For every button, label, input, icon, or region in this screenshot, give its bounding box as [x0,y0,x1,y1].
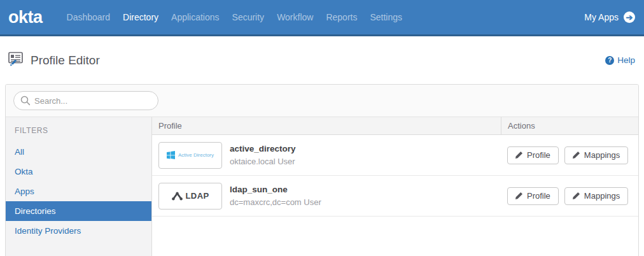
page-title: Profile Editor [31,53,100,68]
profile-description: oktaice.local User [230,157,296,166]
active-directory-logo: Active Directory [158,142,222,169]
windows-icon [167,151,175,159]
column-header-actions: Actions [501,117,638,134]
filter-all[interactable]: All [6,142,151,162]
profiles-table: Profile Actions Active Directory acti [152,117,638,256]
filter-list: All Okta Apps Directories Identity Provi… [6,142,151,241]
profile-text: active_directory oktaice.local User [230,144,296,166]
nav-applications[interactable]: Applications [165,0,226,34]
mappings-button-label: Mappings [584,150,620,160]
table-row-active-directory: Active Directory active_directory oktaic… [152,135,638,176]
profile-button[interactable]: Profile [507,146,559,164]
profile-editor-panel: FILTERS All Okta Apps Directories Identi… [5,84,639,256]
nav-reports[interactable]: Reports [319,0,363,34]
profile-cell: LDAP ldap_sun_one dc=maxcrc,dc=com User [152,183,501,210]
mappings-button-label: Mappings [584,191,620,201]
actions-cell: Profile Mappings [501,187,638,205]
help-link[interactable]: ? Help [605,55,635,65]
active-directory-logo-label: Active Directory [178,152,214,158]
pencil-icon [573,152,580,159]
panel-body: FILTERS All Okta Apps Directories Identi… [6,117,638,256]
profile-editor-icon [8,52,24,69]
search-input[interactable] [13,91,158,110]
pencil-icon [515,192,522,199]
primary-nav: Dashboard Directory Applications Securit… [60,0,409,34]
profile-button-label: Profile [527,150,550,160]
my-apps-link[interactable]: My Apps ➔ [584,11,635,23]
pencil-icon [515,152,522,159]
filter-identity-providers[interactable]: Identity Providers [6,221,151,241]
filters-sidebar: FILTERS All Okta Apps Directories Identi… [6,117,152,256]
mappings-button[interactable]: Mappings [564,187,628,205]
my-apps-label: My Apps [584,12,619,22]
mappings-button[interactable]: Mappings [564,146,628,164]
profile-text: ldap_sun_one dc=maxcrc,dc=com User [230,185,321,207]
pencil-icon [573,192,580,199]
okta-logo[interactable]: okta [8,8,43,27]
nav-workflow[interactable]: Workflow [270,0,319,34]
top-nav-bar: okta Dashboard Directory Applications Se… [0,0,644,36]
nav-dashboard[interactable]: Dashboard [60,0,117,34]
arrow-right-icon: ➔ [624,11,635,23]
table-header: Profile Actions [152,117,638,135]
column-header-profile: Profile [152,117,501,134]
search-icon [20,96,31,106]
profile-name: ldap_sun_one [230,185,321,194]
profile-button[interactable]: Profile [507,187,559,205]
filter-okta[interactable]: Okta [6,162,151,181]
title-group: Profile Editor [8,52,100,69]
ldap-logo-label: LDAP [186,191,209,201]
nav-settings[interactable]: Settings [363,0,409,34]
okta-admin-app: okta Dashboard Directory Applications Se… [0,0,644,256]
filter-directories[interactable]: Directories [6,201,151,221]
filter-apps[interactable]: Apps [6,181,151,201]
nav-security[interactable]: Security [226,0,271,34]
profile-name: active_directory [230,144,296,153]
profile-cell: Active Directory active_directory oktaic… [152,142,501,169]
filters-heading: FILTERS [6,117,151,136]
page-title-bar: Profile Editor ? Help [0,36,644,84]
table-row-ldap: LDAP ldap_sun_one dc=maxcrc,dc=com User … [152,176,638,217]
search-row [6,85,638,117]
profile-description: dc=maxcrc,dc=com User [230,197,321,207]
search-box [13,91,158,110]
help-label: Help [617,55,635,65]
ldap-logo: LDAP [158,183,222,210]
profile-button-label: Profile [527,191,550,201]
help-icon: ? [605,56,614,65]
nav-directory[interactable]: Directory [116,0,165,34]
actions-cell: Profile Mappings [501,146,638,164]
ldap-icon [172,192,183,201]
